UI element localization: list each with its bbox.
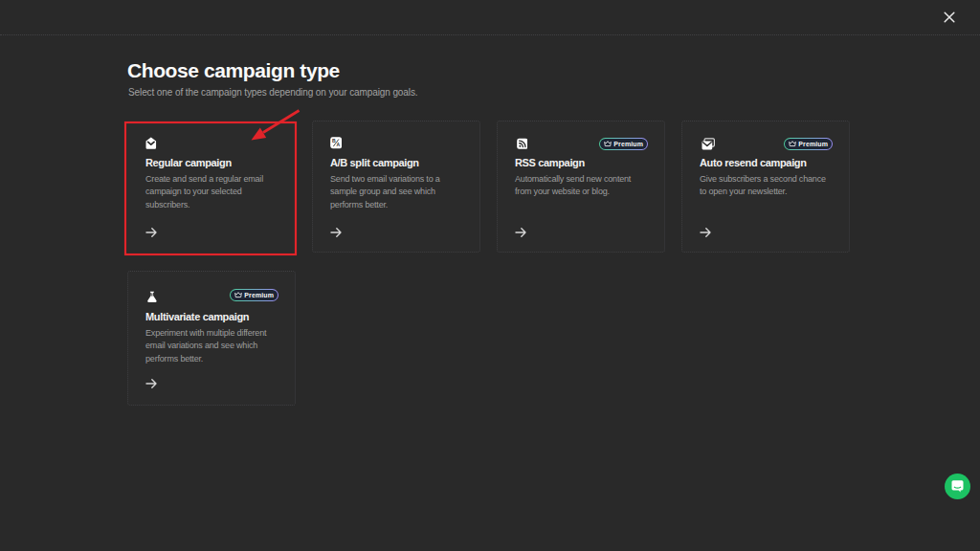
- svg-text:A: A: [337, 143, 341, 148]
- svg-text:B: B: [332, 139, 336, 144]
